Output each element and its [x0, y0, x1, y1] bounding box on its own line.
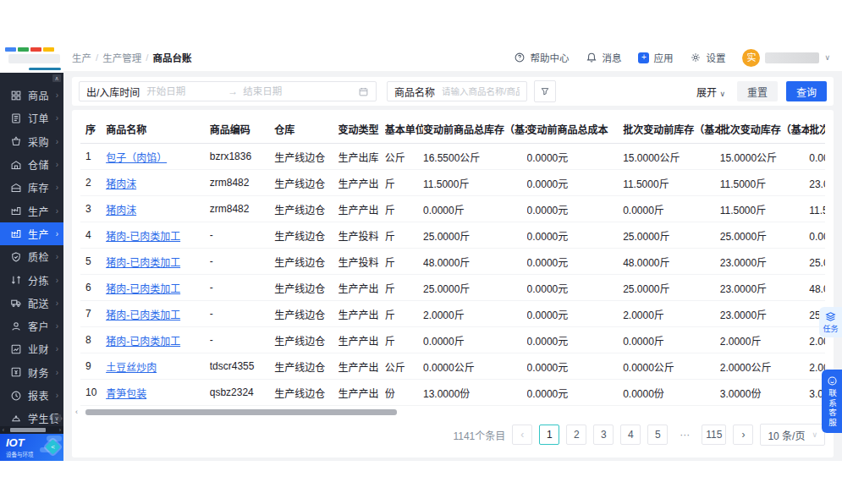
product-name-link[interactable]: 猪肉沫	[106, 196, 210, 222]
topbar: 生产/生产管理/商品台账 帮助中心 消息 + 应用 设置 实 ∨	[63, 44, 842, 72]
iot-title: IOT	[6, 436, 25, 449]
expand-label: 展开	[696, 87, 717, 99]
sorting-icon	[10, 274, 22, 286]
search-button[interactable]: 查询	[786, 81, 827, 101]
sidebar-item-sorting[interactable]: 分拣›	[0, 268, 63, 291]
product-name-link[interactable]: 猪肉沫	[106, 170, 210, 196]
apps-button[interactable]: + 应用	[638, 51, 673, 64]
page-button-5[interactable]: 5	[647, 425, 668, 445]
scroll-right-icon[interactable]: ›	[57, 427, 63, 433]
sidebar-item-qc[interactable]: 质检›	[0, 245, 63, 268]
product-name-link[interactable]: 猪肉-已肉类加工	[106, 327, 210, 353]
sidebar-item-label: 订单	[28, 111, 56, 125]
page-button-4[interactable]: 4	[620, 425, 641, 445]
message-button[interactable]: 消息	[586, 51, 621, 64]
sidebar-scroll-down-icon[interactable]: ∨	[52, 414, 61, 422]
expand-filters-link[interactable]: 展开 ∨	[696, 85, 725, 99]
product-name-link[interactable]: 猪肉-已肉类加工	[106, 222, 210, 249]
sidebar-horizontal-scrollbar[interactable]: ‹ ›	[0, 426, 63, 434]
scrollbar-thumb[interactable]	[10, 428, 46, 432]
cell-type: 生产产出	[338, 196, 385, 222]
task-panel-button[interactable]: 任务	[819, 307, 842, 337]
table-horizontal-scrollbar[interactable]: ‹	[80, 408, 825, 416]
cell-warehouse: 生产线边仓	[274, 170, 338, 196]
sidebar-item-label: 生产	[28, 204, 56, 218]
chevron-right-icon: ›	[56, 321, 58, 331]
page-size-value: 10 条/页	[768, 428, 805, 442]
next-page-button[interactable]: ›	[733, 425, 753, 445]
cell-batch_pre_stock: 0.0000公斤	[623, 353, 720, 380]
table-row: 10青笋包装qsbz2324生产线边仓生产产出份13.0000份0.0000元0…	[80, 380, 825, 406]
sidebar-item-purchase[interactable]: 采购›	[0, 130, 63, 153]
page-button-1[interactable]: 1	[539, 425, 559, 445]
table-row: 3猪肉沫zrm8482生产线边仓生产产出斤0.0000斤0.0000元0.000…	[80, 196, 825, 222]
product-name-input[interactable]	[442, 86, 520, 96]
product-name-link[interactable]: 包子（肉馅）	[106, 144, 210, 170]
cell-type: 生产产出	[338, 275, 385, 301]
chevron-down-icon: ∨	[824, 53, 830, 62]
cell-warehouse: 生产线边仓	[274, 249, 338, 275]
product-name-link[interactable]: 猪肉-已肉类加工	[106, 249, 210, 275]
sidebar-item-production[interactable]: 生产›	[0, 199, 63, 222]
column-header: 批次变动后库存（基本单位）	[809, 115, 825, 144]
cell-unit: 斤	[385, 249, 423, 275]
sidebar-item-customer[interactable]: 客户›	[0, 315, 63, 337]
sidebar-item-warehouse[interactable]: 仓储›	[0, 153, 63, 176]
product-name-link[interactable]: 猪肉-已肉类加工	[106, 301, 210, 327]
sidebar-item-order[interactable]: 订单›	[0, 107, 63, 129]
page-button-2[interactable]: 2	[566, 425, 586, 445]
end-date-input[interactable]	[243, 86, 319, 96]
cell-batch_change_stock: 11.5000斤	[720, 170, 810, 196]
avatar: 实	[742, 49, 760, 67]
date-range-picker[interactable]: 出/入库时间 →	[79, 81, 377, 101]
scroll-left-icon[interactable]: ‹	[75, 408, 78, 416]
cell-batch_change_stock: 23.0000斤	[720, 301, 810, 327]
sidebar-item-report[interactable]: 报表›	[0, 384, 63, 407]
scrollbar-thumb[interactable]	[85, 409, 397, 415]
cell-pre_total_stock: 2.0000斤	[423, 301, 527, 327]
advanced-filter-button[interactable]	[534, 80, 556, 102]
product-name-link[interactable]: 土豆丝炒肉	[106, 353, 210, 380]
breadcrumb-item[interactable]: 生产管理	[102, 51, 141, 64]
reset-button[interactable]: 重置	[737, 81, 778, 101]
cell-batch_pre_stock: 2.0000斤	[623, 301, 720, 327]
product-name-link[interactable]: 猪肉-已肉类加工	[106, 275, 210, 301]
settings-button[interactable]: 设置	[690, 51, 725, 64]
breadcrumb-item[interactable]: 生产	[72, 51, 91, 64]
sidebar-item-business-finance[interactable]: 业财›	[0, 337, 63, 360]
date-range-label: 出/入库时间	[86, 85, 140, 99]
sidebar-item-delivery[interactable]: 配送›	[0, 292, 63, 315]
sidebar-scroll-up-icon[interactable]: ∧	[52, 74, 61, 82]
cell-type: 生产投料	[338, 249, 385, 275]
cell-batch_post_stock: 25.0000斤	[809, 249, 825, 275]
page-size-select[interactable]: 10 条/页 ∨	[760, 424, 825, 446]
prev-page-button[interactable]: ‹	[512, 425, 532, 445]
cell-unit: 斤	[385, 327, 423, 353]
cell-batch_pre_stock: 0.0000斤	[623, 196, 720, 222]
page-button-115[interactable]: 115	[702, 425, 726, 445]
user-menu[interactable]: 实 ∨	[742, 49, 830, 67]
sidebar-item-factory[interactable]: 生产›	[0, 222, 63, 245]
qc-icon	[10, 251, 22, 263]
page-button-3[interactable]: 3	[593, 425, 614, 445]
product-name-filter[interactable]: 商品名称	[387, 81, 527, 101]
funnel-icon	[540, 86, 550, 96]
table-scroll-viewport[interactable]: 序商品名称商品编码仓库变动类型基本单位变动前商品总库存（基本单位）变动前商品总成…	[80, 115, 825, 406]
order-icon	[10, 112, 22, 124]
sidebar-item-finance[interactable]: 财务›	[0, 361, 63, 384]
chevron-right-icon: ›	[56, 90, 58, 100]
column-header: 变动类型	[338, 115, 385, 144]
sidebar-item-goods[interactable]: 商品›	[0, 84, 63, 107]
warehouse-icon	[10, 159, 22, 171]
sidebar-item-iot[interactable]: < IOT 设备与环境	[0, 434, 63, 461]
scroll-left-icon[interactable]: ‹	[0, 427, 7, 433]
cell-code: tdscr4355	[210, 353, 274, 380]
start-date-input[interactable]	[146, 86, 223, 96]
cell-pre_total_stock: 16.5500公斤	[423, 144, 527, 170]
help-center-button[interactable]: 帮助中心	[514, 51, 569, 64]
cell-no: 5	[80, 249, 106, 275]
sidebar-item-label: 客户	[28, 319, 56, 333]
customer-service-button[interactable]: 联系客服	[822, 370, 842, 433]
product-name-link[interactable]: 青笋包装	[106, 380, 210, 406]
sidebar-item-inventory[interactable]: 库存›	[0, 176, 63, 199]
